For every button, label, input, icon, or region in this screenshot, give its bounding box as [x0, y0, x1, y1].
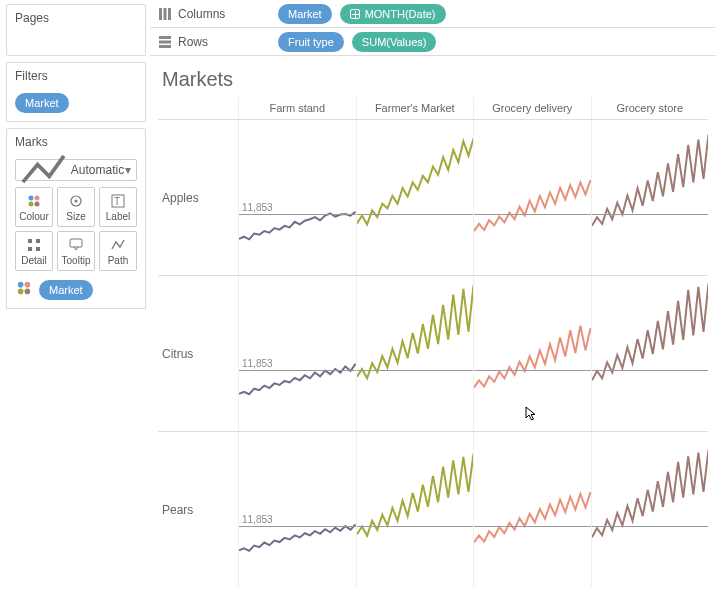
mouse-cursor-icon — [525, 406, 541, 422]
svg-point-3 — [35, 201, 40, 206]
trellis-row: 11,853 — [238, 275, 708, 431]
columns-icon — [158, 7, 172, 21]
colour-icon — [26, 193, 42, 209]
trellis-cell[interactable] — [356, 432, 474, 587]
row-header[interactable]: Apples — [158, 119, 238, 275]
rows-icon — [158, 35, 172, 49]
marks-path-button[interactable]: Path — [99, 231, 137, 271]
pages-panel: Pages — [6, 4, 146, 56]
marks-type-label: Automatic — [71, 163, 124, 177]
trellis-cell[interactable] — [473, 120, 591, 275]
svg-rect-12 — [70, 239, 82, 247]
trellis-cell[interactable]: 11,853 — [238, 120, 356, 275]
visualization: Markets ApplesCitrusPears Farm standFarm… — [150, 56, 716, 591]
reference-line-label: 11,853 — [242, 202, 273, 213]
trellis-row: 11,853 — [238, 431, 708, 587]
svg-point-2 — [29, 201, 34, 206]
svg-rect-19 — [168, 8, 171, 20]
trellis-cell[interactable] — [591, 120, 709, 275]
marks-detail-button[interactable]: Detail — [15, 231, 53, 271]
svg-point-14 — [25, 282, 31, 288]
filter-pill-market[interactable]: Market — [15, 93, 69, 113]
trellis-row: 11,853 — [238, 119, 708, 275]
svg-rect-11 — [36, 247, 40, 251]
column-header[interactable]: Grocery delivery — [473, 97, 591, 119]
svg-rect-20 — [159, 36, 171, 39]
svg-text:T: T — [114, 196, 120, 207]
columns-shelf[interactable]: Columns Market MONTH(Date) — [150, 0, 716, 28]
columns-pill-month[interactable]: MONTH(Date) — [340, 4, 446, 24]
trellis-cell[interactable]: 11,853 — [238, 276, 356, 431]
path-icon — [110, 237, 126, 253]
chevron-down-icon: ▾ — [124, 163, 132, 177]
trellis-cell[interactable] — [591, 276, 709, 431]
marks-size-button[interactable]: Size — [57, 187, 95, 227]
rows-pill-fruit[interactable]: Fruit type — [278, 32, 344, 52]
svg-point-5 — [75, 199, 78, 202]
trellis-cell[interactable] — [356, 120, 474, 275]
colour-encoding-icon — [15, 279, 33, 300]
trellis-cell[interactable] — [591, 432, 709, 587]
tooltip-icon — [68, 237, 84, 253]
svg-rect-10 — [28, 247, 32, 251]
columns-pill-market[interactable]: Market — [278, 4, 332, 24]
main-area: Columns Market MONTH(Date) Rows Fruit ty… — [150, 0, 716, 591]
grid: Farm standFarmer's MarketGrocery deliver… — [238, 97, 708, 587]
trellis-cell[interactable] — [356, 276, 474, 431]
svg-point-16 — [25, 289, 31, 295]
marks-label-button[interactable]: T Label — [99, 187, 137, 227]
svg-rect-21 — [159, 40, 171, 43]
svg-point-0 — [29, 195, 34, 200]
rows-pill-sum[interactable]: SUM(Values) — [352, 32, 437, 52]
column-headers: Farm standFarmer's MarketGrocery deliver… — [238, 97, 708, 119]
svg-rect-17 — [159, 8, 162, 20]
marks-encoding-row: Market — [15, 279, 137, 300]
svg-rect-9 — [36, 239, 40, 243]
marks-panel: Marks Automatic ▾ Colour Size — [6, 128, 146, 309]
column-header[interactable]: Grocery store — [591, 97, 709, 119]
marks-colour-button[interactable]: Colour — [15, 187, 53, 227]
sidebar: Pages Filters Market Marks Automatic ▾ — [0, 0, 150, 591]
detail-icon — [26, 237, 42, 253]
marks-tooltip-button[interactable]: Tooltip — [57, 231, 95, 271]
viz-title[interactable]: Markets — [162, 68, 708, 91]
marks-type-select[interactable]: Automatic ▾ — [15, 159, 137, 181]
columns-shelf-label: Columns — [158, 7, 268, 21]
trellis-rows: 11,85311,85311,853 — [238, 119, 708, 587]
svg-rect-18 — [164, 8, 167, 20]
rows-shelf[interactable]: Rows Fruit type SUM(Values) — [150, 28, 716, 56]
chart-area: ApplesCitrusPears Farm standFarmer's Mar… — [158, 97, 708, 587]
trellis-cell[interactable]: 11,853 — [238, 432, 356, 587]
svg-point-13 — [18, 282, 24, 288]
pages-panel-title: Pages — [7, 5, 145, 31]
marks-encoding-pill-market[interactable]: Market — [39, 280, 93, 300]
trellis-cell[interactable] — [473, 432, 591, 587]
svg-point-1 — [35, 195, 40, 200]
svg-rect-22 — [159, 45, 171, 48]
svg-point-15 — [18, 289, 24, 295]
size-icon — [68, 193, 84, 209]
svg-rect-8 — [28, 239, 32, 243]
reference-line-label: 11,853 — [242, 358, 273, 369]
column-header[interactable]: Farmer's Market — [356, 97, 474, 119]
row-header[interactable]: Citrus — [158, 275, 238, 431]
reference-line-label: 11,853 — [242, 514, 273, 525]
rows-shelf-label: Rows — [158, 35, 268, 49]
plus-icon — [350, 9, 360, 19]
filters-panel: Filters Market — [6, 62, 146, 122]
row-headers: ApplesCitrusPears — [158, 97, 238, 587]
label-icon: T — [110, 193, 126, 209]
row-header[interactable]: Pears — [158, 431, 238, 587]
column-header[interactable]: Farm stand — [238, 97, 356, 119]
filters-panel-title: Filters — [7, 63, 145, 89]
